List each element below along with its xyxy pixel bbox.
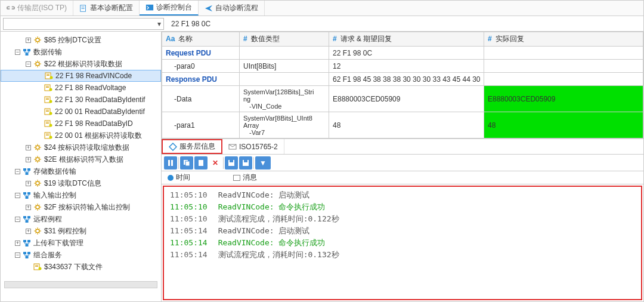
- svg-rect-1: [82, 7, 85, 7]
- collapse-icon[interactable]: −: [15, 252, 20, 258]
- service-select-dropdown[interactable]: ▾: [3, 18, 164, 30]
- tree-node[interactable]: 22 F1 88 ReadVoltage: [1, 82, 161, 94]
- svc-icon: [44, 84, 52, 92]
- tree-node[interactable]: +$2E 根据标识符写入数据: [1, 153, 161, 165]
- tree-node-label: 22 00 01 根据标识符读取数: [55, 131, 142, 141]
- console-icon: [145, 4, 154, 12]
- tree-node[interactable]: −组合服务: [1, 249, 161, 261]
- svg-rect-51: [27, 252, 30, 254]
- tree-node[interactable]: +上传和下载管理: [1, 237, 161, 249]
- collapse-icon[interactable]: −: [15, 50, 20, 55]
- expand-icon[interactable]: +: [15, 241, 20, 246]
- tree-node[interactable]: −输入输出控制: [1, 189, 161, 201]
- paste-button[interactable]: [194, 156, 208, 170]
- net-icon: [23, 167, 31, 175]
- log-body[interactable]: 11:05:10ReadVINCode: 启动测试11:05:10ReadVIN…: [163, 186, 642, 300]
- svg-rect-49: [26, 244, 29, 246]
- tree-node[interactable]: 22 00 01 根据标识符读取数: [1, 130, 161, 141]
- no-expand-icon: [36, 133, 42, 138]
- tree-node[interactable]: +$24 按标识符读取缩放数据: [1, 141, 161, 153]
- tree-node[interactable]: −远程例程: [1, 213, 161, 225]
- expand-icon[interactable]: +: [26, 38, 31, 43]
- log-message: ReadVINCode: 命令执行成功: [218, 237, 326, 249]
- no-expand-icon: [36, 109, 42, 115]
- svg-rect-52: [26, 256, 29, 258]
- save-button[interactable]: [225, 156, 238, 170]
- tree-node-label: $2F 按标识符输入输出控制: [44, 202, 130, 212]
- tree-node[interactable]: +$85 控制DTC设置: [1, 34, 161, 46]
- svg-rect-35: [23, 168, 26, 171]
- svc-icon: [44, 131, 52, 140]
- svc-icon: [44, 107, 52, 116]
- delete-button[interactable]: ✕: [209, 156, 222, 170]
- svg-rect-31: [46, 135, 49, 135]
- tree-node[interactable]: −$22 根据标识符读取数据: [1, 58, 161, 70]
- svg-rect-39: [23, 192, 26, 195]
- expand-icon[interactable]: +: [26, 145, 31, 150]
- collapse-icon[interactable]: −: [15, 169, 20, 174]
- horizontal-scrollbar[interactable]: [4, 281, 157, 288]
- save-as-button[interactable]: [239, 156, 252, 170]
- expand-icon[interactable]: +: [26, 181, 31, 186]
- chevron-down-icon: ▾: [155, 20, 163, 28]
- svg-point-46: [36, 229, 39, 233]
- copy-button[interactable]: [180, 156, 193, 170]
- tree-node[interactable]: +$31 例程控制: [1, 225, 161, 237]
- hash-icon: #: [333, 35, 337, 43]
- tree-node[interactable]: 22 F1 98 ReadDataByID: [1, 118, 161, 130]
- tab-diagnostic-console[interactable]: 诊断控制台: [140, 1, 199, 16]
- log-col-msg: 消息: [243, 172, 257, 183]
- tab-label: 自动诊断流程: [215, 3, 258, 13]
- tab-transport-layer[interactable]: 传输层(ISO TP): [1, 1, 73, 16]
- log-col-time: 时间: [176, 172, 190, 183]
- table-row[interactable]: -para1 SystemVar[8Bits]_UInt8 Array -Var…: [162, 112, 643, 138]
- tree-node[interactable]: −数据传输: [1, 46, 161, 58]
- tree-node-label: $22 根据标识符读取数据: [44, 59, 122, 69]
- collapse-icon[interactable]: −: [15, 193, 20, 198]
- table-row[interactable]: -Data SystemVar[128Bits]_Stri ng -VIN_Co…: [162, 86, 643, 112]
- tree-node[interactable]: +$2F 按标识符输入输出控制: [1, 201, 161, 213]
- tree-node[interactable]: −存储数据传输: [1, 165, 161, 177]
- table-row[interactable]: -para0 UInt[8Bits] 12: [162, 60, 643, 73]
- cell-act-highlighted: 48: [484, 112, 643, 138]
- log-row: 11:05:10测试流程完成，消耗时间:0.122秒: [170, 213, 635, 225]
- log-time: 11:05:10: [170, 213, 208, 225]
- svg-rect-27: [46, 123, 49, 124]
- svg-rect-2: [82, 8, 85, 9]
- svg-point-20: [49, 100, 52, 103]
- tree-node-label: 组合服务: [33, 250, 62, 260]
- tree-node[interactable]: 22 F1 30 ReadDataByIdentif: [1, 94, 161, 106]
- tree-node-label: 22 00 01 ReadDataByIdentif: [55, 107, 145, 116]
- dropdown-button[interactable]: ▼: [255, 156, 271, 170]
- table-row[interactable]: Response PDU 62 F1 98 45 38 38 38 30 30 …: [162, 73, 643, 86]
- tab-service-layer-info[interactable]: 服务层信息: [162, 139, 222, 154]
- tab-iso15765[interactable]: ISO15765-2: [222, 139, 284, 154]
- tab-label: 基本诊断配置: [90, 3, 133, 13]
- log-message: ReadVINCode: 启动测试: [218, 189, 310, 201]
- svg-rect-30: [46, 134, 49, 134]
- expand-icon[interactable]: +: [26, 205, 31, 210]
- collapse-icon[interactable]: −: [26, 61, 31, 67]
- svg-point-42: [36, 205, 39, 209]
- tab-auto-diagnostic[interactable]: 自动诊断流程: [199, 1, 265, 16]
- tree-node[interactable]: $343637 下载文件: [1, 261, 161, 273]
- table-row[interactable]: Request PDU 22 F1 98 0C: [162, 47, 643, 60]
- separator: [178, 157, 179, 169]
- response-raw-bytes: 62 F1 98 45 38 38 38 30 30 30 33 43 45 4…: [329, 73, 484, 86]
- tree-node-label: 输入输出控制: [33, 190, 76, 201]
- svg-rect-40: [27, 192, 30, 195]
- lower-tab-bar: 服务层信息 ISO15765-2: [162, 139, 643, 155]
- cell-req: 48: [329, 112, 484, 138]
- pause-button[interactable]: [164, 156, 177, 170]
- expand-icon[interactable]: +: [26, 229, 31, 234]
- svg-point-8: [36, 62, 39, 66]
- collapse-icon[interactable]: −: [15, 217, 20, 222]
- expand-icon[interactable]: +: [26, 157, 31, 162]
- tree-node-selected[interactable]: 22 F1 98 ReadVINCode: [1, 70, 161, 82]
- tree-node-label: $2E 根据标识符写入数据: [44, 155, 123, 165]
- tab-basic-config[interactable]: 基本诊断配置: [73, 1, 140, 16]
- tree-node[interactable]: +$19 读取DTC信息: [1, 177, 161, 189]
- log-row: 11:05:10ReadVINCode: 命令执行成功: [170, 201, 635, 213]
- col-header-name: 名称: [178, 35, 193, 43]
- tree-node[interactable]: 22 00 01 ReadDataByIdentif: [1, 106, 161, 118]
